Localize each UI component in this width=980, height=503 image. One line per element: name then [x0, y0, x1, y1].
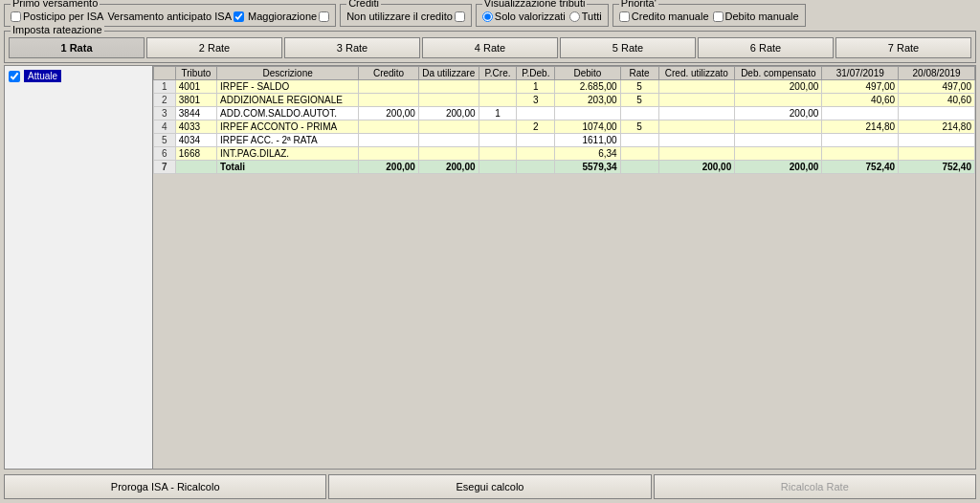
posticipo-label[interactable]: Posticipo per ISA — [11, 11, 103, 22]
rate-btn-3[interactable]: 3 Rate — [284, 37, 420, 58]
table-cell: 3801 — [175, 94, 216, 107]
versamento-anticipato-checkbox[interactable] — [234, 11, 244, 22]
table-cell — [735, 120, 822, 134]
table-cell — [658, 134, 735, 147]
table-cell — [359, 94, 419, 107]
table-cell — [658, 107, 735, 120]
rate-btn-1[interactable]: 1 Rata — [9, 37, 145, 58]
table-cell: 214,80 — [822, 120, 899, 134]
table-cell: 5 — [154, 134, 176, 147]
table-cell: 200,00 — [735, 107, 822, 120]
table-cell: 2.685,00 — [555, 80, 620, 94]
table-cell: 3844 — [175, 107, 216, 120]
credito-manuale-label[interactable]: Credito manuale — [619, 11, 709, 22]
table-cell — [479, 161, 517, 174]
table-cell: 752,40 — [899, 161, 975, 174]
table-cell — [822, 147, 899, 161]
col-header-da-utilizzare: Da utilizzare — [418, 67, 479, 80]
priorita-title: Priorita' — [619, 0, 658, 9]
table-cell — [359, 80, 419, 94]
debito-manuale-checkbox[interactable] — [713, 11, 724, 22]
table-cell: ADD.COM.SALDO.AUTOT. — [217, 107, 359, 120]
table-area[interactable]: Tributo Descrizione Credito Da utilizzar… — [153, 66, 975, 469]
table-cell: 1611,00 — [555, 134, 620, 147]
col-header-rate: Rate — [620, 67, 658, 80]
col-header-debito: Debito — [555, 67, 620, 80]
versamento-anticipato-label[interactable]: Versamento anticipato ISA — [107, 11, 244, 22]
ricalcola-button[interactable]: Ricalcola Rate — [654, 474, 976, 499]
table-cell: INT.PAG.DILAZ. — [217, 147, 359, 161]
table-cell: 2 — [154, 94, 176, 107]
table-cell: 3 — [517, 94, 555, 107]
col-header-tributo: Tributo — [175, 67, 216, 80]
credito-manuale-checkbox[interactable] — [619, 11, 630, 22]
rate-btn-2[interactable]: 2 Rate — [146, 37, 282, 58]
table-row: 61668INT.PAG.DILAZ.6,34 — [154, 147, 975, 161]
table-cell: 4001 — [175, 80, 216, 94]
col-header-idx — [154, 67, 176, 80]
crediti-panel: Crediti Non utilizzare il credito — [340, 4, 472, 27]
col-header-date1: 31/07/2019 — [822, 67, 899, 80]
table-cell: 203,00 — [555, 94, 620, 107]
col-header-descrizione: Descrizione — [217, 67, 359, 80]
solo-valorizzati-label[interactable]: Solo valorizzati — [482, 11, 566, 22]
table-cell: 1668 — [175, 147, 216, 161]
side-column: Attuale — [5, 66, 153, 469]
table-cell — [555, 107, 620, 120]
esegui-button[interactable]: Esegui calcolo — [328, 474, 651, 499]
table-cell — [479, 147, 517, 161]
table-cell — [418, 147, 479, 161]
bottom-buttons: Proroga ISA - Ricalcolo Esegui calcolo R… — [4, 474, 976, 499]
rate-btn-6[interactable]: 6 Rate — [698, 37, 834, 58]
table-cell — [899, 147, 975, 161]
table-cell — [418, 80, 479, 94]
table-row: 14001IRPEF - SALDO12.685,005200,00497,00… — [154, 80, 975, 94]
table-cell — [479, 94, 517, 107]
tutti-label[interactable]: Tutti — [569, 11, 602, 22]
non-utilizzare-label[interactable]: Non utilizzare il credito — [346, 11, 465, 22]
table-cell — [517, 134, 555, 147]
tutti-radio[interactable] — [569, 11, 580, 22]
table-row: 33844ADD.COM.SALDO.AUTOT.200,00200,00120… — [154, 107, 975, 120]
solo-valorizzati-radio[interactable] — [482, 11, 493, 22]
proroga-button[interactable]: Proroga ISA - Ricalcolo — [4, 474, 326, 499]
table-cell — [658, 94, 735, 107]
table-cell: 1 — [517, 80, 555, 94]
table-cell: 200,00 — [359, 107, 419, 120]
table-cell — [418, 120, 479, 134]
table-cell — [822, 134, 899, 147]
rate-btn-4[interactable]: 4 Rate — [422, 37, 558, 58]
table-cell: 752,40 — [822, 161, 899, 174]
table-cell: 1 — [479, 107, 517, 120]
table-cell: 200,00 — [418, 107, 479, 120]
table-cell: 2 — [517, 120, 555, 134]
table-cell: 5579,34 — [555, 161, 620, 174]
table-cell: 1074,00 — [555, 120, 620, 134]
table-cell: ADDIZIONALE REGIONALE — [217, 94, 359, 107]
table-cell: Totali — [217, 161, 359, 174]
table-cell: 5 — [620, 80, 658, 94]
non-utilizzare-checkbox[interactable] — [455, 11, 465, 22]
table-cell — [899, 134, 975, 147]
table-cell: 200,00 — [658, 161, 735, 174]
imposta-rateazione-section: Imposta rateazione 1 Rata 2 Rate 3 Rate … — [4, 31, 976, 63]
maggiorazione-checkbox[interactable] — [319, 11, 329, 22]
rate-btn-5[interactable]: 5 Rate — [560, 37, 696, 58]
table-cell: 497,00 — [899, 80, 975, 94]
debito-manuale-label[interactable]: Debito manuale — [713, 11, 799, 22]
primo-versamento-title: Primo versamento — [11, 0, 100, 9]
table-cell: 4033 — [175, 120, 216, 134]
table-row: 23801ADDIZIONALE REGIONALE3203,00540,604… — [154, 94, 975, 107]
maggiorazione-label[interactable]: Maggiorazione — [248, 11, 329, 22]
attuale-checkbox[interactable] — [9, 71, 20, 82]
table-cell: 200,00 — [735, 80, 822, 94]
rate-btn-7[interactable]: 7 Rate — [835, 37, 971, 58]
visualizzazione-title: Visualizzazione tributi — [482, 0, 588, 9]
posticipo-checkbox[interactable] — [11, 11, 21, 22]
table-header-row: Tributo Descrizione Credito Da utilizzar… — [154, 67, 975, 80]
col-header-credito: Credito — [359, 67, 419, 80]
table-cell — [620, 107, 658, 120]
priorita-panel: Priorita' Credito manuale Debito manuale — [612, 4, 806, 27]
data-grid: Attuale Tributo Descrizione Credito Da u… — [4, 65, 976, 470]
table-cell — [418, 94, 479, 107]
